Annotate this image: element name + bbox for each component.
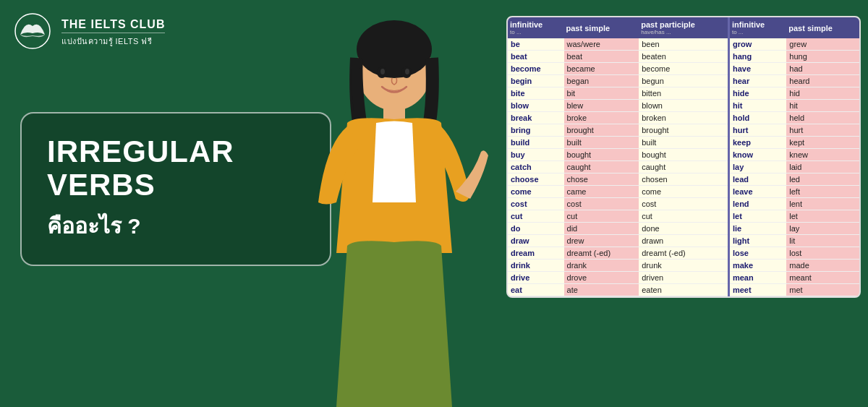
- logo-subtitle: แบ่งปันความรู้ IELTS ฟรี: [61, 33, 165, 48]
- table-row: dream dreamt (-ed) dreamt (-ed) lose los…: [508, 247, 859, 260]
- verb-table-body: be was/were been grow grew beat beat bea…: [508, 38, 859, 296]
- cell-infinitive2: hit: [728, 100, 786, 112]
- header-infinitive: infinitive to ...: [508, 17, 564, 38]
- cell-past-participle: done: [639, 223, 728, 235]
- cell-past-simple2: made: [786, 260, 859, 272]
- cell-past-simple2: held: [786, 112, 859, 124]
- table-row: be was/were been grow grew: [508, 38, 859, 51]
- table-row: beat beat beaten hang hung: [508, 51, 859, 63]
- table-row: break broke broken hold held: [508, 112, 859, 124]
- table-row: buy bought bought know knew: [508, 149, 859, 161]
- cell-past-participle: been: [639, 38, 728, 51]
- cell-infinitive: eat: [508, 284, 564, 296]
- cell-infinitive: drive: [508, 272, 564, 284]
- table-row: do did done lie lay: [508, 223, 859, 235]
- header-past-participle: past participle have/has ...: [639, 17, 728, 38]
- table-header-row: infinitive to ... past simple past parti…: [508, 17, 859, 38]
- svg-point-2: [357, 20, 432, 78]
- cell-infinitive: build: [508, 137, 564, 149]
- table-row: bite bit bitten hide hid: [508, 87, 859, 100]
- cell-past-simple: brought: [564, 124, 639, 137]
- cell-past-simple2: knew: [786, 149, 859, 161]
- table-row: bring brought brought hurt hurt: [508, 124, 859, 137]
- cell-past-participle: begun: [639, 75, 728, 87]
- table-row: draw drew drawn light lit: [508, 235, 859, 247]
- table-row: build built built keep kept: [508, 137, 859, 149]
- cell-infinitive2: lead: [728, 173, 786, 186]
- cell-past-simple: came: [564, 186, 639, 198]
- cell-infinitive: bite: [508, 87, 564, 100]
- cell-infinitive: catch: [508, 161, 564, 173]
- cell-past-participle: bought: [639, 149, 728, 161]
- cell-infinitive: dream: [508, 247, 564, 260]
- cell-past-simple: built: [564, 137, 639, 149]
- logo-icon: [14, 13, 54, 53]
- svg-point-6: [380, 69, 385, 74]
- logo-area: THE IELTS CLUB แบ่งปันความรู้ IELTS ฟรี: [14, 13, 165, 53]
- cell-infinitive2: keep: [728, 137, 786, 149]
- cell-infinitive: cut: [508, 210, 564, 223]
- cell-past-simple: cost: [564, 198, 639, 210]
- cell-past-simple2: lay: [786, 223, 859, 235]
- cell-infinitive: buy: [508, 149, 564, 161]
- header-past-simple: past simple: [564, 17, 639, 38]
- cell-past-simple2: hurt: [786, 124, 859, 137]
- cell-past-participle: brought: [639, 124, 728, 137]
- cell-past-simple2: hit: [786, 100, 859, 112]
- logo-title: THE IELTS CLUB: [61, 18, 165, 31]
- verb-table-container: infinitive to ... past simple past parti…: [506, 16, 861, 298]
- cell-past-participle: cut: [639, 210, 728, 223]
- cell-past-simple2: heard: [786, 75, 859, 87]
- cell-past-participle: drawn: [639, 235, 728, 247]
- cell-past-simple2: meant: [786, 272, 859, 284]
- cell-past-participle: built: [639, 137, 728, 149]
- cell-infinitive2: hold: [728, 112, 786, 124]
- cell-past-simple: caught: [564, 161, 639, 173]
- cell-past-simple2: lost: [786, 247, 859, 260]
- cell-past-simple2: had: [786, 63, 859, 75]
- table-row: cost cost cost lend lent: [508, 198, 859, 210]
- cell-past-simple: drove: [564, 272, 639, 284]
- cell-past-simple: ate: [564, 284, 639, 296]
- cell-past-simple: drank: [564, 260, 639, 272]
- cell-past-simple2: lent: [786, 198, 859, 210]
- cell-past-participle: eaten: [639, 284, 728, 296]
- table-row: become became become have had: [508, 63, 859, 75]
- cell-past-participle: drunk: [639, 260, 728, 272]
- table-row: drink drank drunk make made: [508, 260, 859, 272]
- cell-infinitive: do: [508, 223, 564, 235]
- cell-infinitive: choose: [508, 173, 564, 186]
- cell-past-simple2: hung: [786, 51, 859, 63]
- cell-infinitive2: meet: [728, 284, 786, 296]
- person-silhouette: [282, 0, 506, 407]
- cell-infinitive2: make: [728, 260, 786, 272]
- cell-infinitive2: have: [728, 63, 786, 75]
- cell-past-simple: dreamt (-ed): [564, 247, 639, 260]
- cell-infinitive: become: [508, 63, 564, 75]
- table-row: come came come leave left: [508, 186, 859, 198]
- cell-infinitive2: hurt: [728, 124, 786, 137]
- cell-past-simple: cut: [564, 210, 639, 223]
- cell-infinitive2: hang: [728, 51, 786, 63]
- cell-past-simple2: led: [786, 173, 859, 186]
- cell-past-participle: become: [639, 63, 728, 75]
- header-past-simple2: past simple: [786, 17, 859, 38]
- cell-past-simple2: grew: [786, 38, 859, 51]
- cell-infinitive2: know: [728, 149, 786, 161]
- table-row: drive drove driven mean meant: [508, 272, 859, 284]
- cell-past-participle: broken: [639, 112, 728, 124]
- logo-text-block: THE IELTS CLUB แบ่งปันความรู้ IELTS ฟรี: [61, 18, 165, 48]
- cell-infinitive2: lay: [728, 161, 786, 173]
- sub-title: คืออะไร ?: [47, 209, 305, 243]
- main-title: IRREGULAR VERBS: [47, 135, 305, 202]
- cell-infinitive2: hear: [728, 75, 786, 87]
- table-row: blow blew blown hit hit: [508, 100, 859, 112]
- cell-past-simple2: met: [786, 284, 859, 296]
- cell-past-simple: drew: [564, 235, 639, 247]
- cell-infinitive: drink: [508, 260, 564, 272]
- cell-past-simple: chose: [564, 173, 639, 186]
- cell-infinitive: bring: [508, 124, 564, 137]
- cell-infinitive: beat: [508, 51, 564, 63]
- cell-past-simple: did: [564, 223, 639, 235]
- cell-infinitive: begin: [508, 75, 564, 87]
